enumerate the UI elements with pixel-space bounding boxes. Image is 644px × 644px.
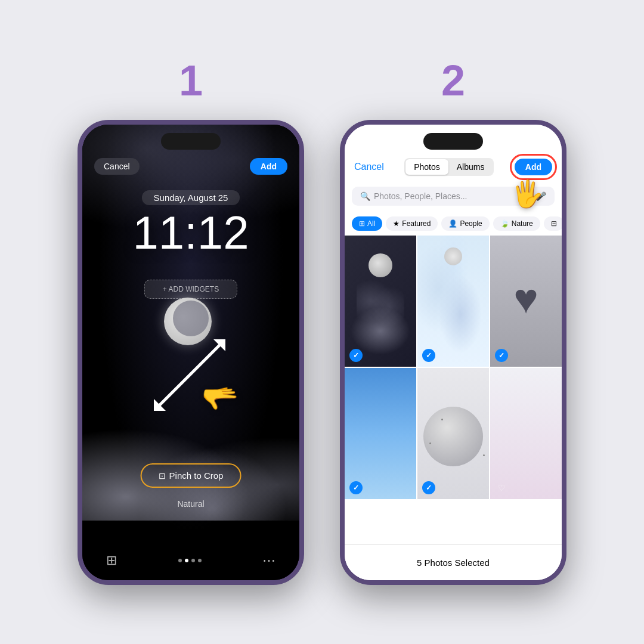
phone2-screen: Cancel Photos Albums Add 🔍 Photos, Peopl… (345, 125, 562, 580)
search-placeholder: Photos, People, Places... (374, 191, 532, 201)
natural-label: Natural (82, 499, 299, 509)
photo-cell-5[interactable]: ✓ (417, 368, 489, 499)
phone1-screen: Cancel Add Sunday, August 25 11:12 + ADD… (82, 125, 299, 580)
nature-label: Nature (512, 219, 533, 228)
photo-cell-4[interactable]: ✓ (345, 368, 416, 499)
step-2: 2 Cancel Photos Albums Add (340, 59, 566, 585)
select-check-3-blue[interactable]: ✓ (495, 349, 508, 362)
photo-grid: ✓ ✓ ♥ ♡ ✓ ✓ (345, 236, 562, 544)
star-icon: ★ (393, 219, 400, 228)
photos-albums-tabs: Photos Albums (404, 158, 494, 176)
filter-more[interactable]: ⊟ (544, 216, 562, 231)
dynamic-island-2 (423, 133, 483, 150)
cancel-button-1[interactable]: Cancel (94, 158, 140, 175)
select-check-4[interactable]: ✓ (349, 481, 363, 494)
dot-4 (198, 559, 202, 562)
dot-1 (178, 559, 182, 562)
photo-cell-6[interactable]: ♡ (490, 368, 562, 499)
filter-featured[interactable]: ★ Featured (386, 216, 438, 231)
phone2-topbar: Cancel Photos Albums Add (345, 158, 562, 176)
date-container: Sunday, August 25 11:12 (82, 190, 299, 259)
photos-tab[interactable]: Photos (405, 159, 448, 175)
add-widgets-button[interactable]: + ADD WIDGETS (144, 280, 237, 299)
dots-row (178, 559, 202, 562)
dot-3 (191, 559, 195, 562)
featured-label: Featured (402, 219, 431, 228)
step-2-number: 2 (441, 59, 465, 102)
stars-bg (423, 407, 483, 466)
date-text: Sunday, August 25 (142, 190, 240, 205)
photo-cell-1[interactable]: ✓ (345, 236, 416, 367)
photo-cell-2[interactable]: ✓ (417, 236, 489, 367)
phone1-dock: ⊞ ⋯ (82, 553, 299, 568)
crop-icon: ⊡ (159, 471, 166, 481)
cloud-photo (351, 307, 410, 355)
leaf-icon: 🍃 (500, 219, 509, 228)
hand-cursor-2: 🖐 (511, 178, 544, 209)
heart-empty-6: ♡ (495, 481, 508, 494)
heart-shape: ♥ (513, 275, 538, 323)
time-display: 11:12 (82, 208, 299, 259)
selected-count-text: 5 Photos Selected (417, 558, 490, 568)
select-check-1[interactable]: ✓ (349, 349, 363, 362)
step-1: 1 Cancel Add Sunday, August 25 11:12 + A… (78, 59, 304, 585)
phone1-topbar: Cancel Add (82, 158, 299, 175)
step-1-number: 1 (179, 59, 203, 102)
all-grid-icon: ⊞ (359, 219, 365, 228)
photo-cell-3[interactable]: ♥ ♡ ✓ (490, 236, 562, 367)
dynamic-island-1 (161, 133, 221, 150)
people-label: People (460, 219, 482, 228)
cancel-button-2[interactable]: Cancel (354, 162, 384, 172)
moon-photo (369, 253, 392, 277)
search-icon: 🔍 (360, 191, 370, 201)
main-container: 1 Cancel Add Sunday, August 25 11:12 + A… (54, 35, 590, 609)
pinch-crop-label: Pinch to Crop (169, 470, 224, 481)
dot-2-active (185, 559, 188, 562)
more-icon[interactable]: ⋯ (262, 553, 275, 568)
grid-icon[interactable]: ⊞ (106, 553, 117, 568)
add-button-1[interactable]: Add (250, 158, 287, 175)
filter-nature[interactable]: 🍃 Nature (493, 216, 540, 231)
filter-all[interactable]: ⊞ All (352, 216, 382, 231)
moon-light (444, 247, 462, 265)
red-ring (510, 154, 557, 180)
filter-pills: ⊞ All ★ Featured 👤 People 🍃 Nature (345, 213, 562, 234)
phone-2: Cancel Photos Albums Add 🔍 Photos, Peopl… (340, 120, 566, 585)
albums-tab[interactable]: Albums (448, 159, 493, 175)
pinch-to-crop-button[interactable]: ⊡ Pinch to Crop (141, 463, 242, 488)
person-icon: 👤 (448, 219, 457, 228)
filter-people[interactable]: 👤 People (441, 216, 489, 231)
phone-1: Cancel Add Sunday, August 25 11:12 + ADD… (78, 120, 304, 585)
all-label: All (367, 219, 375, 228)
photo-selection-bar: 5 Photos Selected (345, 544, 562, 580)
planet-illustration (423, 407, 483, 466)
select-check-2[interactable]: ✓ (422, 349, 435, 362)
grid-icon-filter: ⊟ (551, 219, 557, 228)
add-button-wrapper: Add (515, 159, 552, 175)
select-check-5[interactable]: ✓ (422, 481, 435, 494)
